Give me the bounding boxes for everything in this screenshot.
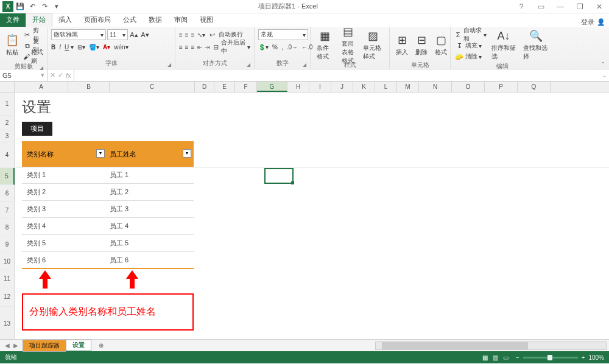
redo-button[interactable]: ↷ [39,1,50,12]
zoom-slider[interactable] [523,357,578,359]
clear-button[interactable]: 🧽清除 ▾ [454,51,487,62]
table-row[interactable]: 类别 3员工 3 [22,201,194,218]
sign-in-link[interactable]: 登录 👤 [581,18,609,27]
zoom-thumb[interactable] [547,355,552,360]
align-right-button[interactable]: ≡ [191,44,195,51]
fill-button[interactable]: ↧填充 ▾ [454,40,487,51]
table-row[interactable]: 类别 5员工 5 [22,235,194,252]
cell-employee[interactable]: 员工 3 [107,205,194,214]
maximize-button[interactable]: ❐ [572,2,587,11]
autosum-button[interactable]: Σ自动求和 ▾ [454,29,487,40]
column-header-M[interactable]: M [397,82,419,92]
worksheet-grid[interactable]: ABCDEFGHIJKLMNOPQ 12345678910111213 设置 项… [0,82,609,339]
page-break-view-button[interactable]: ▭ [503,354,509,361]
row-header-10[interactable]: 10 [0,253,15,270]
tab-home[interactable]: 开始 [26,13,52,27]
align-middle-button[interactable]: ≡ [185,32,189,38]
column-header-H[interactable]: H [287,82,309,92]
new-sheet-button[interactable]: ⊕ [95,342,107,349]
cancel-formula-button[interactable]: ✕ [50,71,55,79]
column-header-A[interactable]: A [15,82,68,92]
align-top-button[interactable]: ≡ [179,32,183,38]
minimize-button[interactable]: — [553,2,568,11]
save-button[interactable]: 💾 [15,1,26,12]
row-header-5[interactable]: 5 [0,168,15,185]
zoom-in-button[interactable]: + [582,354,585,361]
cells-area[interactable]: 设置 项目 类别名称▾ 员工姓名▾ 类别 1员工 1类别 2员工 2类别 3员工… [15,93,609,339]
column-header-E[interactable]: E [214,82,235,92]
column-header-F[interactable]: F [235,82,257,92]
filter-button-employee[interactable]: ▾ [183,149,191,158]
increase-font-button[interactable]: A▴ [129,31,139,39]
cell-category[interactable]: 类别 1 [22,170,107,180]
table-row[interactable]: 类别 4员工 4 [22,218,194,235]
paste-button[interactable]: 📋 粘贴 [4,29,21,61]
row-header-13[interactable]: 13 [0,307,15,339]
increase-decimal-button[interactable]: .0→ [287,44,298,51]
delete-cells-button[interactable]: ⊟删除 [413,29,430,61]
format-as-table-button[interactable]: ▤套用 表格格式 [337,29,358,61]
phonetic-button[interactable]: wén▾ [114,44,128,51]
column-header-I[interactable]: I [309,82,331,92]
row-header-6[interactable]: 6 [0,185,15,202]
tab-data[interactable]: 数据 [143,13,168,27]
border-button[interactable]: ⊞▾ [77,44,85,51]
column-header-J[interactable]: J [331,82,353,92]
row-header-3[interactable]: 3 [0,130,15,142]
qat-customize-icon[interactable]: ▾ [51,1,62,12]
cell-category[interactable]: 类别 6 [22,256,107,265]
font-name-select[interactable]: 微软雅黑▾ [51,29,106,40]
col-header-category[interactable]: 类别名称▾ [22,150,107,159]
scrollbar-thumb[interactable] [382,342,528,349]
zoom-out-button[interactable]: − [516,354,519,361]
table-row[interactable]: 类别 6员工 6 [22,252,194,269]
row-header-7[interactable]: 7 [0,202,15,219]
cell-category[interactable]: 类别 5 [22,239,107,248]
increase-indent-button[interactable]: ⇥ [205,44,209,51]
cell-category[interactable]: 类别 4 [22,222,107,231]
sheet-nav-next[interactable]: ▶ [13,342,18,349]
sort-filter-button[interactable]: A↓排序和筛选 [489,29,519,61]
fill-handle[interactable] [291,181,294,184]
column-header-L[interactable]: L [375,82,397,92]
row-header-4[interactable]: 4 [0,142,15,168]
insert-function-button[interactable]: fx [66,72,71,79]
horizontal-scrollbar[interactable] [375,341,607,350]
row-header-2[interactable]: 2 [0,116,15,130]
orientation-button[interactable]: ⤡▾ [197,32,205,38]
row-header-12[interactable]: 12 [0,287,15,307]
column-header-N[interactable]: N [419,82,452,92]
col-header-employee[interactable]: 员工姓名▾ [107,150,194,159]
select-all-corner[interactable] [0,82,15,92]
zoom-level[interactable]: 100% [588,354,604,361]
bold-button[interactable]: B [51,44,55,51]
row-header-11[interactable]: 11 [0,270,15,287]
row-header-1[interactable]: 1 [0,93,15,116]
number-dialog-launcher[interactable]: ◢ [303,62,306,68]
column-header-G[interactable]: G [257,82,287,92]
format-cells-button[interactable]: ▢格式 [432,29,449,61]
cell-employee[interactable]: 员工 4 [107,222,194,231]
column-header-C[interactable]: C [110,82,195,92]
align-bottom-button[interactable]: ≡ [191,32,195,38]
font-size-select[interactable]: 11▾ [107,29,128,40]
expand-formula-bar-button[interactable]: ⌄ [599,69,609,81]
percent-button[interactable]: % [272,44,278,51]
sheet-tab-settings[interactable]: 设置 [66,340,91,352]
insert-cells-button[interactable]: ⊞插入 [393,29,410,61]
accounting-format-button[interactable]: 💲▾ [258,44,269,51]
table-row[interactable]: 类别 1员工 1 [22,167,194,184]
ribbon-display-button[interactable]: ▭ [533,2,548,11]
alignment-dialog-launcher[interactable]: ◢ [247,62,250,68]
cell-category[interactable]: 类别 2 [22,187,107,197]
cell-employee[interactable]: 员工 1 [107,170,194,180]
column-header-K[interactable]: K [353,82,375,92]
cell-employee[interactable]: 员工 5 [107,239,194,248]
tab-page-layout[interactable]: 页面布局 [78,13,117,27]
cell-category[interactable]: 类别 3 [22,205,107,214]
name-box[interactable]: G5▾ [0,69,48,81]
conditional-format-button[interactable]: ▦条件格式 [314,29,335,61]
cell-employee[interactable]: 员工 2 [107,187,194,197]
column-header-B[interactable]: B [68,82,110,92]
tab-formulas[interactable]: 公式 [117,13,143,27]
